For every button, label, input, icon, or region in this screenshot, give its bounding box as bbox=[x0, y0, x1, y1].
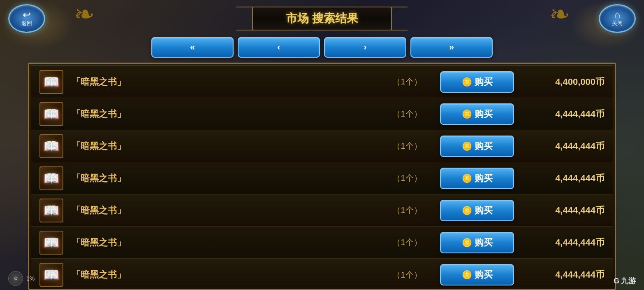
coin-icon: 🪙 bbox=[462, 238, 472, 248]
buy-button[interactable]: 🪙 购买 bbox=[440, 200, 514, 221]
coin-icon: 🪙 bbox=[462, 173, 472, 183]
coin-icon: 🪙 bbox=[462, 270, 472, 280]
item-icon: 📖 bbox=[39, 134, 63, 158]
buy-button[interactable]: 🪙 购买 bbox=[440, 232, 514, 253]
buy-label: 购买 bbox=[475, 204, 493, 217]
buy-label: 购买 bbox=[475, 140, 493, 152]
item-quantity: （1个） bbox=[382, 108, 432, 119]
item-icon: 📖 bbox=[39, 263, 63, 287]
buy-button[interactable]: 🪙 购买 bbox=[440, 168, 514, 189]
last-page-label: » bbox=[449, 42, 454, 53]
book-icon: 📖 bbox=[43, 267, 60, 283]
buy-label: 购买 bbox=[475, 76, 493, 88]
first-page-label: « bbox=[190, 42, 195, 53]
logo-icon: G bbox=[614, 277, 619, 285]
buy-label: 购买 bbox=[475, 236, 493, 249]
next-page-button[interactable]: › bbox=[324, 37, 406, 58]
table-row: 📖 「暗黑之书」 （1个） 🪙 购买 4,444,444币 bbox=[31, 227, 613, 259]
table-row: 📖 「暗黑之书」 （1个） 🪙 购买 4,444,444币 bbox=[31, 98, 613, 130]
item-price: 4,444,444币 bbox=[522, 204, 605, 217]
last-page-button[interactable]: » bbox=[410, 37, 493, 58]
coin-icon: 🪙 bbox=[462, 141, 472, 151]
back-label: 返回 bbox=[21, 20, 32, 27]
item-quantity: （1个） bbox=[382, 205, 432, 216]
item-quantity: （1个） bbox=[382, 237, 432, 248]
back-button[interactable]: ↩ 返回 bbox=[8, 4, 45, 33]
item-name: 「暗黑之书」 bbox=[72, 236, 374, 249]
item-price: 4,444,444币 bbox=[522, 140, 605, 152]
item-name: 「暗黑之书」 bbox=[72, 172, 374, 185]
page-title: 市场 搜索结果 bbox=[286, 12, 358, 25]
table-row: 📖 「暗黑之书」 （1个） 🪙 购买 4,444,444币 bbox=[31, 130, 613, 162]
item-icon: 📖 bbox=[39, 231, 63, 255]
buy-button[interactable]: 🪙 购买 bbox=[440, 264, 514, 285]
prev-page-button[interactable]: ‹ bbox=[238, 37, 320, 58]
gear-small-icon: ⚙ bbox=[14, 276, 18, 281]
book-icon: 📖 bbox=[43, 74, 60, 90]
bottom-bar: ⚙ 1% bbox=[8, 271, 35, 286]
buy-button[interactable]: 🪙 购买 bbox=[440, 136, 514, 157]
buy-button[interactable]: 🪙 购买 bbox=[440, 71, 514, 93]
buy-label: 购买 bbox=[475, 269, 493, 281]
close-label: 关闭 bbox=[612, 20, 623, 27]
buy-label: 购买 bbox=[475, 108, 493, 120]
item-name: 「暗黑之书」 bbox=[72, 108, 374, 120]
left-swirl-decoration: ❧ bbox=[74, 2, 95, 27]
main-container: ↩ 返回 ❧ 市场 搜索结果 ❧ ⌂ 关闭 « ‹ › » bbox=[0, 0, 644, 290]
book-icon: 📖 bbox=[43, 106, 60, 122]
item-price: 4,400,000币 bbox=[522, 76, 605, 88]
next-page-label: › bbox=[364, 42, 366, 53]
table-row: 📖 「暗黑之书」 （1个） 🪙 购买 4,400,000币 bbox=[31, 66, 613, 98]
results-panel: 📖 「暗黑之书」 （1个） 🪙 购买 4,400,000币 📖 「暗黑之书」 （… bbox=[28, 63, 616, 290]
percent-text: 1% bbox=[26, 275, 35, 282]
item-price: 4,444,444币 bbox=[522, 269, 605, 281]
buy-label: 购买 bbox=[475, 172, 493, 185]
item-icon: 📖 bbox=[39, 70, 63, 94]
item-quantity: （1个） bbox=[382, 76, 432, 87]
percent-badge: ⚙ bbox=[8, 271, 23, 286]
item-name: 「暗黑之书」 bbox=[72, 204, 374, 217]
right-swirl-decoration: ❧ bbox=[549, 2, 570, 27]
item-icon: 📖 bbox=[39, 102, 63, 126]
panel-inner: 📖 「暗黑之书」 （1个） 🪙 购买 4,400,000币 📖 「暗黑之书」 （… bbox=[31, 65, 613, 287]
item-name: 「暗黑之书」 bbox=[72, 76, 374, 88]
book-icon: 📖 bbox=[43, 171, 60, 186]
book-icon: 📖 bbox=[43, 235, 60, 250]
coin-icon: 🪙 bbox=[462, 109, 472, 119]
book-icon: 📖 bbox=[43, 138, 60, 154]
first-page-button[interactable]: « bbox=[151, 37, 234, 58]
coin-icon: 🪙 bbox=[462, 77, 472, 87]
close-button[interactable]: ⌂ 关闭 bbox=[599, 4, 636, 33]
item-quantity: （1个） bbox=[382, 140, 432, 152]
table-row: 📖 「暗黑之书」 （1个） 🪙 购买 4,444,444币 bbox=[31, 259, 613, 287]
pagination-row: « ‹ › » bbox=[151, 37, 493, 58]
item-price: 4,444,444币 bbox=[522, 172, 605, 185]
logo: G 九游 bbox=[614, 276, 636, 286]
prev-page-label: ‹ bbox=[277, 42, 280, 53]
item-price: 4,444,444币 bbox=[522, 108, 605, 120]
table-row: 📖 「暗黑之书」 （1个） 🪙 购买 4,444,444币 bbox=[31, 162, 613, 194]
item-quantity: （1个） bbox=[382, 173, 432, 184]
item-quantity: （1个） bbox=[382, 269, 432, 281]
item-name: 「暗黑之书」 bbox=[72, 140, 374, 152]
home-icon: ⌂ bbox=[614, 10, 621, 20]
item-icon: 📖 bbox=[39, 166, 63, 190]
header: ↩ 返回 ❧ 市场 搜索结果 ❧ ⌂ 关闭 bbox=[0, 0, 644, 37]
title-box: 市场 搜索结果 bbox=[252, 7, 392, 30]
item-price: 4,444,444币 bbox=[522, 236, 605, 249]
back-icon: ↩ bbox=[23, 10, 31, 20]
logo-text: 九游 bbox=[621, 276, 636, 286]
item-name: 「暗黑之书」 bbox=[72, 269, 374, 281]
item-icon: 📖 bbox=[39, 199, 63, 222]
buy-button[interactable]: 🪙 购买 bbox=[440, 103, 514, 125]
book-icon: 📖 bbox=[43, 203, 60, 218]
coin-icon: 🪙 bbox=[462, 206, 472, 215]
table-row: 📖 「暗黑之书」 （1个） 🪙 购买 4,444,444币 bbox=[31, 194, 613, 227]
